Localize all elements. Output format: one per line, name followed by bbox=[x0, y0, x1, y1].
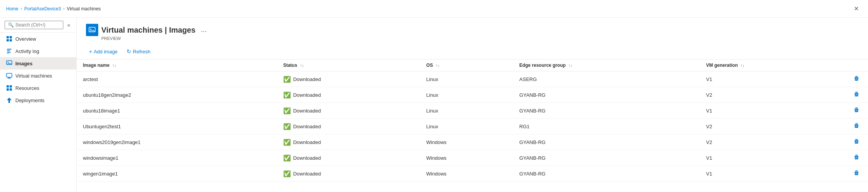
main-layout: 🔍 « Overview Activity log bbox=[0, 18, 868, 192]
svg-rect-15 bbox=[7, 88, 9, 91]
cell-vm-generation: V1 bbox=[700, 166, 845, 182]
svg-rect-1 bbox=[10, 36, 12, 38]
cell-status: ✅ Downloaded bbox=[277, 87, 420, 103]
search-input[interactable] bbox=[15, 22, 60, 28]
breadcrumb-sep-1: › bbox=[21, 7, 22, 11]
resources-icon bbox=[6, 85, 12, 91]
search-box[interactable]: 🔍 bbox=[5, 21, 63, 29]
delete-button[interactable] bbox=[851, 169, 862, 178]
cell-edge-resource-group: RG1 bbox=[513, 119, 700, 134]
table-row: arctest ✅ Downloaded Linux ASERG V1 bbox=[77, 71, 868, 87]
sidebar-item-resources[interactable]: Resources bbox=[0, 82, 76, 94]
sidebar-item-virtual-machines-label: Virtual machines bbox=[15, 73, 52, 79]
col-image-name-label: Image name bbox=[83, 63, 109, 68]
close-button[interactable]: ✕ bbox=[851, 3, 862, 14]
col-vm-generation[interactable]: VM generation ↑↓ bbox=[700, 60, 845, 71]
svg-rect-6 bbox=[7, 52, 11, 53]
cell-action bbox=[845, 71, 868, 87]
table-row: ubuntu18gen2image2 ✅ Downloaded Linux GY… bbox=[77, 87, 868, 103]
sidebar-item-images[interactable]: Images bbox=[0, 57, 76, 70]
col-actions bbox=[845, 60, 868, 71]
svg-rect-5 bbox=[7, 50, 10, 51]
sidebar-item-images-label: Images bbox=[15, 61, 33, 66]
breadcrumb-device[interactable]: PortalAseDevice3 bbox=[24, 6, 61, 12]
cell-os: Windows bbox=[420, 150, 513, 166]
sidebar-item-resources-label: Resources bbox=[15, 85, 39, 91]
add-image-label: Add image bbox=[94, 49, 117, 55]
svg-rect-13 bbox=[7, 85, 9, 88]
delete-button[interactable] bbox=[851, 153, 862, 162]
breadcrumb: Home › PortalAseDevice3 › Virtual machin… bbox=[6, 6, 101, 12]
svg-point-18 bbox=[90, 29, 91, 30]
refresh-button[interactable]: ↻ Refresh bbox=[124, 47, 153, 56]
downloaded-icon: ✅ bbox=[283, 170, 291, 177]
cell-status: ✅ Downloaded bbox=[277, 150, 420, 166]
delete-button[interactable] bbox=[851, 137, 862, 147]
sidebar-nav: Overview Activity log Images bbox=[0, 33, 76, 106]
col-status-label: Status bbox=[283, 63, 297, 68]
cell-edge-resource-group: GYANB-RG bbox=[513, 134, 700, 150]
breadcrumb-home[interactable]: Home bbox=[6, 6, 18, 12]
svg-rect-4 bbox=[7, 49, 12, 50]
cell-edge-resource-group: ASERG bbox=[513, 71, 700, 87]
cell-status: ✅ Downloaded bbox=[277, 103, 420, 119]
cell-action bbox=[845, 134, 868, 150]
sort-icon-edge-resource-group: ↑↓ bbox=[568, 63, 572, 68]
add-icon: + bbox=[89, 48, 92, 55]
delete-button[interactable] bbox=[851, 74, 862, 84]
cell-os: Linux bbox=[420, 71, 513, 87]
col-edge-resource-group-label: Edge resource group bbox=[519, 63, 566, 68]
refresh-icon: ↻ bbox=[127, 48, 131, 55]
sort-icon-status: ↑↓ bbox=[300, 63, 304, 68]
sort-icon-os: ↑↓ bbox=[436, 63, 439, 68]
sidebar-item-deployments[interactable]: Deployments bbox=[0, 94, 76, 106]
cell-os: Linux bbox=[420, 87, 513, 103]
cell-image-name: windowsimage1 bbox=[77, 150, 277, 166]
cell-vm-generation: V2 bbox=[700, 134, 845, 150]
col-image-name[interactable]: Image name ↑↓ bbox=[77, 60, 277, 71]
svg-rect-3 bbox=[10, 39, 12, 41]
breadcrumb-vms: Virtual machines bbox=[67, 6, 101, 12]
add-image-button[interactable]: + Add image bbox=[86, 47, 120, 56]
top-bar: Home › PortalAseDevice3 › Virtual machin… bbox=[0, 0, 868, 18]
delete-button[interactable] bbox=[851, 90, 862, 99]
activity-log-icon bbox=[6, 48, 12, 54]
cell-vm-generation: V2 bbox=[700, 119, 845, 134]
svg-point-9 bbox=[8, 62, 8, 63]
collapse-button[interactable]: « bbox=[66, 21, 72, 29]
cell-status: ✅ Downloaded bbox=[277, 71, 420, 87]
images-icon bbox=[6, 60, 12, 66]
delete-button[interactable] bbox=[851, 106, 862, 115]
downloaded-icon: ✅ bbox=[283, 123, 291, 130]
svg-rect-10 bbox=[7, 73, 12, 77]
svg-rect-14 bbox=[10, 85, 12, 88]
page-subtitle: PREVIEW bbox=[101, 36, 859, 41]
cell-image-name: Ubuntugen2test1 bbox=[77, 119, 277, 134]
sidebar-item-overview[interactable]: Overview bbox=[0, 33, 76, 45]
col-os[interactable]: OS ↑↓ bbox=[420, 60, 513, 71]
cell-vm-generation: V1 bbox=[700, 150, 845, 166]
cell-os: Windows bbox=[420, 166, 513, 182]
sidebar-item-activity-log[interactable]: Activity log bbox=[0, 45, 76, 57]
svg-rect-12 bbox=[7, 78, 11, 79]
sidebar-item-overview-label: Overview bbox=[15, 36, 36, 42]
cell-edge-resource-group: GYANB-RG bbox=[513, 87, 700, 103]
refresh-label: Refresh bbox=[133, 49, 150, 55]
images-table: Image name ↑↓ Status ↑↓ OS ↑↓ Edge res bbox=[77, 60, 868, 182]
cell-action bbox=[845, 103, 868, 119]
cell-action bbox=[845, 166, 868, 182]
sidebar-item-activity-log-label: Activity log bbox=[15, 48, 39, 54]
col-status[interactable]: Status ↑↓ bbox=[277, 60, 420, 71]
status-text: Downloaded bbox=[293, 155, 321, 161]
downloaded-icon: ✅ bbox=[283, 107, 291, 114]
cell-os: Linux bbox=[420, 103, 513, 119]
cell-status: ✅ Downloaded bbox=[277, 134, 420, 150]
more-options-button[interactable]: … bbox=[198, 26, 209, 34]
sidebar-item-virtual-machines[interactable]: Virtual machines bbox=[0, 70, 76, 82]
deployments-icon bbox=[6, 97, 12, 103]
table-row: Ubuntugen2test1 ✅ Downloaded Linux RG1 V… bbox=[77, 119, 868, 134]
svg-rect-11 bbox=[8, 78, 10, 78]
col-edge-resource-group[interactable]: Edge resource group ↑↓ bbox=[513, 60, 700, 71]
downloaded-icon: ✅ bbox=[283, 139, 291, 146]
delete-button[interactable] bbox=[851, 122, 862, 131]
